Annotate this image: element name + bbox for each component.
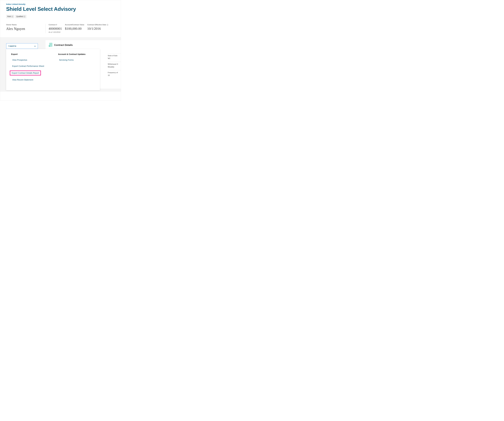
menu-export-contract-details-report[interactable]: Export Contract Details Report <box>10 71 41 76</box>
owner-label: Owner Name <box>6 24 42 26</box>
document-icon <box>48 43 53 47</box>
menu-export-performance-sheet[interactable]: Export Contract Performance Sheet <box>11 64 48 68</box>
details-header: Contract Details <box>48 43 118 47</box>
tag-roth[interactable]: Roth i <box>6 15 14 18</box>
details-fields: State of Sale WI Withdrawal O Monthly Fr… <box>108 53 121 79</box>
dropdown-col-export: Export View Prospectus Export Contract P… <box>11 53 48 84</box>
info-icon[interactable]: i <box>107 24 108 26</box>
product-title: Shield Level Select Advisory <box>6 6 115 12</box>
info-icon[interactable]: i <box>24 16 25 17</box>
summary-value: Account/Contract Value $100,000.00 <box>65 24 87 33</box>
value-label: Account/Contract Value <box>65 24 84 26</box>
field-value: WI <box>108 57 121 59</box>
field-withdrawal: Withdrawal O Monthly <box>108 62 121 70</box>
summary-row: Owner Name Alex Nguyen Contract # 400000… <box>6 24 115 33</box>
field-frequency: Frequency of 10 <box>108 70 121 79</box>
menu-view-recent-statement[interactable]: View Recent Statement <box>11 78 48 82</box>
details-title: Contract Details <box>54 44 73 47</box>
product-category: Index Linked Annuity <box>6 3 115 5</box>
header-section: Index Linked Annuity Shield Level Select… <box>0 0 121 37</box>
caret-up-icon <box>34 46 36 47</box>
menu-servicing-forms[interactable]: Servicing Forms <box>58 58 95 62</box>
contract-page: Index Linked Annuity Shield Level Select… <box>0 0 121 101</box>
dropdown-heading-export: Export <box>11 53 48 55</box>
dropdown-label: I want to <box>8 45 16 47</box>
field-value: Monthly <box>108 66 121 68</box>
menu-view-prospectus[interactable]: View Prospectus <box>11 58 48 62</box>
lower-section: Contract Details State of Sale WI Withdr… <box>0 37 121 92</box>
i-want-to-dropdown[interactable]: I want to <box>6 43 38 49</box>
field-state-of-sale: State of Sale WI <box>108 53 121 62</box>
date-label-text: Contract Effective Date <box>87 24 106 26</box>
summary-owner: Owner Name Alex Nguyen <box>6 24 45 33</box>
tag-roth-label: Roth <box>7 16 11 18</box>
tag-qualified-label: Qualified <box>16 16 23 18</box>
contract-asof: As of: 10/1/2016 <box>48 31 62 33</box>
owner-name: Alex Nguyen <box>6 27 42 31</box>
effective-date: 10/1/2016 <box>87 27 108 30</box>
summary-date: Contract Effective Date i 10/1/2016 <box>87 24 112 33</box>
date-label: Contract Effective Date i <box>87 24 108 26</box>
info-icon[interactable]: i <box>12 16 13 17</box>
contract-label: Contract # <box>48 24 62 26</box>
contract-number: 40000001 <box>48 27 62 30</box>
field-label: Withdrawal O <box>108 63 121 65</box>
field-label: State of Sale <box>108 55 121 57</box>
account-value: $100,000.00 <box>65 27 84 30</box>
tag-qualified[interactable]: Qualified i <box>15 15 26 18</box>
dropdown-heading-updates: Account & Contract Updates <box>58 53 95 55</box>
dropdown-col-updates: Account & Contract Updates Servicing For… <box>58 53 95 84</box>
field-label: Frequency of <box>108 72 121 74</box>
dropdown-panel: Export View Prospectus Export Contract P… <box>6 49 100 90</box>
tag-row: Roth i Qualified i <box>6 15 115 18</box>
summary-contract: Contract # 40000001 As of: 10/1/2016 <box>45 24 65 33</box>
field-value: 10 <box>108 74 121 77</box>
